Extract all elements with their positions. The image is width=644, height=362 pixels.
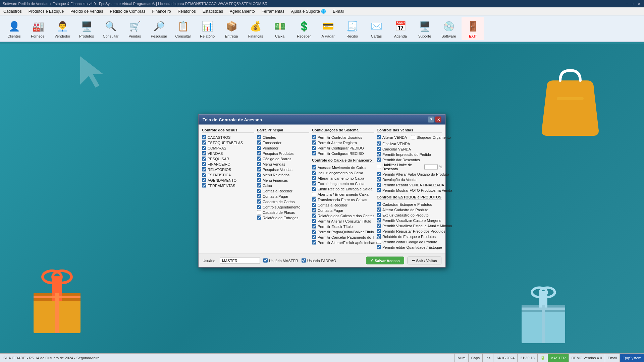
checkbox-bp-menu-financas[interactable] [257,178,261,182]
checkbox-bp-contas-pagar[interactable] [257,194,261,198]
checkbox-cf-alterar-lanc[interactable] [312,176,316,180]
usuario-input[interactable] [220,257,260,263]
checkbox-cf-transferencia[interactable] [312,197,316,202]
dialog-help-button[interactable]: ? [428,117,434,123]
checkbox-vendas[interactable] [202,151,206,156]
toolbar-fornece[interactable]: 🏭 Fornece. [27,17,50,40]
toolbar-pesquisar[interactable]: 🔎 Pesquisar [148,17,170,40]
checkbox-cs-alterar-registro[interactable] [312,140,316,145]
checkbox-cv-limite-desconto[interactable] [377,165,381,169]
checkbox-bp-contas-receber[interactable] [257,189,261,193]
checkbox-cadastros[interactable] [202,135,206,139]
checkbox-cf-relatorio-caixas[interactable] [312,214,316,218]
checkbox-agendamento[interactable] [202,178,206,182]
checkbox-cv-finalizar-venda[interactable] [377,141,381,146]
toolbar-produtos[interactable]: 🖥️ Produtos [75,17,98,40]
dialog-close-button[interactable]: ✕ [435,117,441,123]
checkbox-bp-menu-relatorios[interactable] [257,173,261,177]
toolbar-exit[interactable]: 🚪 EXIT [462,17,484,40]
checkbox-usuario-padrao[interactable] [302,258,306,263]
checkbox-bp-controle-agendamento[interactable] [257,205,261,209]
checkbox-bp-vendedor[interactable] [257,146,261,150]
toolbar-apagar[interactable]: 💳 A Pagar [317,17,339,40]
checkbox-cf-contas-pagar[interactable] [312,208,316,213]
checkbox-cf-abertura[interactable] [312,192,316,196]
checkbox-ce-cadastrar-estoque[interactable] [377,202,381,206]
checkbox-relatorios[interactable] [202,167,206,172]
checkbox-bp-relatorio-entregas[interactable] [257,216,261,220]
checkbox-bp-clientes[interactable] [257,135,261,139]
minimize-button[interactable]: ─ [625,1,629,6]
toolbar-recibo[interactable]: 🧾 Recibo [341,17,364,40]
checkbox-compras[interactable] [202,146,206,150]
toolbar-vendedor[interactable]: 👨‍💼 Vendedor [51,17,74,40]
checkbox-bp-pesquisa-produtos[interactable] [257,151,261,156]
checkbox-cf-excluir-lanc[interactable] [312,181,316,186]
checkbox-usuario-master[interactable] [263,258,268,263]
toolbar-vendas[interactable]: 🛒 Vendas [123,17,146,40]
checkbox-ce-visualizar-estoque[interactable] [377,224,381,228]
toolbar-cartas[interactable]: ✉️ Cartas [365,17,388,40]
menu-email[interactable]: E-mail [329,8,347,15]
checkbox-estatistica[interactable] [202,173,206,177]
menu-financeiro[interactable]: Financeiro [149,8,174,15]
menu-estatisticas[interactable]: Estatísticas [199,8,226,15]
menu-agendamento[interactable]: Agendamento [226,8,258,15]
checkbox-cv-cancelar-venda[interactable] [377,147,381,151]
checkbox-pesquisar[interactable] [202,157,206,161]
checkbox-financeiro[interactable] [202,162,206,166]
toolbar-agenda[interactable]: 📅 Agenda [389,17,412,40]
checkbox-bp-caixa[interactable] [257,183,261,188]
checkbox-ce-relatorio-estoque[interactable] [377,234,381,239]
checkbox-estoque-tabelas[interactable] [202,140,206,145]
checkbox-cv-foto-produtos[interactable] [377,188,381,192]
checkbox-ce-editar-codigo[interactable] [377,240,381,244]
menu-cadastros[interactable]: Cadastros [0,8,25,15]
save-access-button[interactable]: ✔ Salvar Acesso [366,257,404,264]
menu-produtos-estoque[interactable]: Produtos e Estoque [25,8,67,15]
checkbox-bp-cod-barras[interactable] [257,157,261,161]
toolbar-receber[interactable]: 💲 Receber [292,17,315,40]
toolbar-consultar2[interactable]: 📋 Consultar [172,17,195,40]
checkbox-cv-reabrir-venda[interactable] [377,183,381,187]
menu-pedido-compras[interactable]: Pedido de Compras [107,8,149,15]
close-button[interactable]: ✕ [637,1,641,6]
checkbox-cs-config-recibo[interactable] [312,151,316,156]
checkbox-cf-pagar-titulo[interactable] [312,230,316,234]
toolbar-entrega[interactable]: 📦 Entrega [220,17,243,40]
exit-button[interactable]: ➡ Sair / Voltas [408,257,441,264]
toolbar-suporte[interactable]: 🖥️ Suporte [413,17,436,40]
maximize-button[interactable]: □ [631,1,635,6]
checkbox-cf-acessar-caixa[interactable] [312,165,316,170]
toolbar-caixa[interactable]: 💵 Caixa [268,17,291,40]
checkbox-ce-visualizar-custo[interactable] [377,218,381,223]
menu-ferramentas[interactable]: Ferramentas [258,8,288,15]
checkbox-cf-emitir-recibo[interactable] [312,187,316,191]
toolbar-consultar1[interactable]: 🔍 Consultar [99,17,122,40]
checkbox-bp-pesquisar-vendas[interactable] [257,167,261,172]
checkbox-ce-excluir-cadastro[interactable] [377,213,381,217]
checkbox-cs-controlar-usuarios[interactable] [312,135,316,139]
checkbox-cs-config-pedido[interactable] [312,146,316,150]
checkbox-ce-reajustar-preco[interactable] [377,229,381,233]
checkbox-cv-dar-descontos[interactable] [377,158,381,162]
checkbox-bp-fornecedor[interactable] [257,140,261,145]
menu-ajuda[interactable]: Ajuda e Suporte 🌐 [288,8,329,15]
checkbox-bp-cadastro-cartas[interactable] [257,199,261,204]
checkbox-cv-alterar-valor-unit[interactable] [377,172,381,176]
toolbar-software[interactable]: 💿 Software [437,17,460,40]
checkbox-cf-contas-receber[interactable] [312,203,316,207]
toolbar-relatorio[interactable]: 📊 Relatório [196,17,219,40]
toolbar-financas[interactable]: 💰 Finanças [244,17,267,40]
checkbox-cf-alterar-titulo[interactable] [312,219,316,223]
checkbox-bp-menu-vendas[interactable] [257,162,261,166]
checkbox-bp-cadastro-placas[interactable] [257,210,261,215]
checkbox-ferramentas[interactable] [202,183,206,188]
menu-pedido-vendas[interactable]: Pedido de Vendas [67,8,106,15]
checkbox-cf-alterar-pos[interactable] [312,240,316,245]
menu-relatorios[interactable]: Relatórios [174,8,199,15]
checkbox-cv-impressao-pedido[interactable] [377,152,381,157]
checkbox-ce-editar-qtd[interactable] [377,245,381,249]
checkbox-cv-alterar-venda[interactable] [377,135,381,139]
checkbox-cv-devolucao[interactable] [377,177,381,182]
